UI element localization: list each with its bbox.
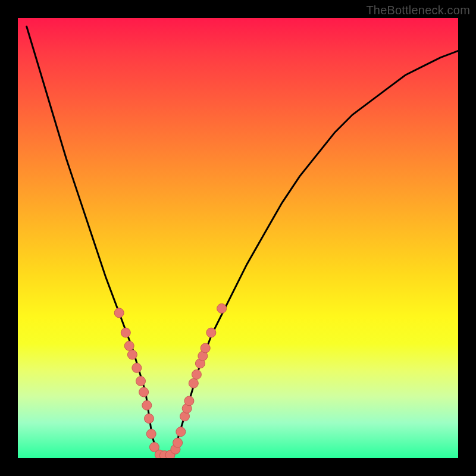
marker-dot [136, 377, 146, 386]
marker-dot [114, 308, 124, 318]
marker-dot [121, 328, 130, 337]
curve-line [27, 27, 458, 458]
marker-dot [139, 387, 149, 397]
curve-path [27, 27, 458, 458]
marker-dot [184, 396, 194, 406]
marker-dot [127, 350, 137, 359]
marker-dot [173, 438, 183, 447]
marker-dot [124, 341, 134, 350]
marker-dot [145, 414, 154, 423]
marker-dot [132, 363, 142, 372]
marker-dot [142, 400, 152, 410]
marker-dot [192, 369, 201, 379]
marker-dot [189, 378, 198, 388]
marker-dot [217, 303, 227, 313]
marker-dots [114, 303, 226, 458]
marker-dot [201, 343, 210, 353]
chart-svg [18, 18, 458, 458]
attribution-watermark: TheBottleneck.com [366, 4, 470, 17]
marker-dot [176, 427, 186, 437]
marker-dot [146, 429, 156, 439]
marker-dot [206, 328, 216, 337]
